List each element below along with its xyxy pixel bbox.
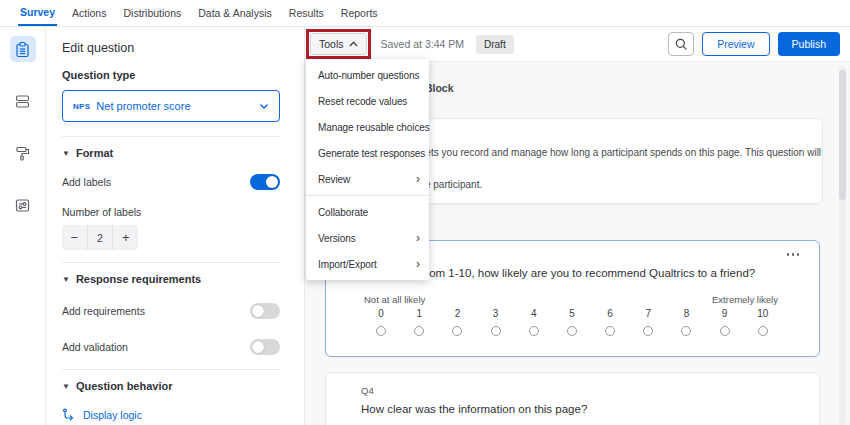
nps-badge: NPS: [73, 102, 90, 111]
tab-reports[interactable]: Reports: [339, 0, 380, 26]
question-menu-icon[interactable]: [785, 251, 802, 258]
submenu-chevron-icon: ›: [416, 173, 420, 185]
scale-number: 9: [706, 308, 744, 323]
left-icon-rail: [0, 27, 45, 425]
stepper-value: 2: [87, 225, 114, 250]
question-behavior-section: ▼ Question behavior Display logic: [62, 369, 280, 425]
question-behavior-header[interactable]: ▼ Question behavior: [62, 370, 280, 392]
display-logic-link[interactable]: Display logic: [62, 408, 280, 421]
scale-number: 0: [362, 308, 400, 323]
radio-button-5[interactable]: [567, 326, 577, 336]
question-type-select[interactable]: NPS Net promoter score: [62, 90, 280, 122]
tab-results[interactable]: Results: [287, 0, 326, 26]
radio-button-4[interactable]: [529, 326, 539, 336]
annotation-highlight-box: Tools: [306, 29, 371, 59]
radio-button-2[interactable]: [452, 326, 462, 336]
scale-number: 5: [553, 308, 591, 323]
number-of-labels-stepper: − 2 +: [62, 225, 138, 250]
menu-item-generate-test-responses[interactable]: Generate test responses: [306, 140, 429, 166]
menu-divider: [306, 195, 429, 196]
response-requirements-title: Response requirements: [76, 273, 201, 285]
question-id: Q4: [361, 385, 374, 396]
response-requirements-header[interactable]: ▼ Response requirements: [62, 263, 280, 285]
preview-button[interactable]: Preview: [702, 32, 769, 56]
submenu-chevron-icon: ›: [416, 258, 420, 270]
scale-left-label: Not at all likely: [364, 294, 425, 305]
number-of-labels-label: Number of labels: [62, 206, 280, 218]
timing-question-text: This question lets you record and manage…: [361, 145, 822, 193]
radio-button-6[interactable]: [605, 326, 615, 336]
menu-item-reset-recode-values[interactable]: Reset recode values: [306, 88, 429, 114]
publish-button[interactable]: Publish: [778, 32, 840, 56]
qualtrics-survey-builder: Survey Actions Distributions Data & Anal…: [0, 0, 850, 425]
collapse-triangle-icon: ▼: [62, 275, 70, 284]
response-requirements-section: ▼ Response requirements Add requirements…: [62, 262, 280, 355]
tools-dropdown-menu: Auto-number questions Reset recode value…: [306, 59, 429, 280]
increment-button[interactable]: +: [113, 225, 138, 250]
scale-number: 1: [400, 308, 438, 323]
add-requirements-label: Add requirements: [62, 305, 145, 317]
scale-radios: [362, 323, 782, 336]
menu-item-versions[interactable]: Versions ›: [306, 225, 429, 251]
scale-right-label: Extremely likely: [712, 294, 778, 305]
question-type-value: Net promoter score: [96, 100, 190, 112]
menu-item-label: Import/Export: [318, 259, 377, 270]
tab-data-analysis[interactable]: Data & Analysis: [196, 0, 274, 26]
radio-button-7[interactable]: [643, 326, 653, 336]
chevron-up-icon: [349, 41, 358, 47]
add-validation-label: Add validation: [62, 341, 128, 353]
format-section-title: Format: [76, 147, 113, 159]
scrollbar-track[interactable]: [839, 66, 846, 425]
search-icon: [674, 37, 688, 51]
tab-survey[interactable]: Survey: [18, 0, 57, 26]
question-type-label: Question type: [62, 69, 280, 81]
display-logic-icon: [62, 408, 75, 421]
menu-item-label: Review: [318, 174, 350, 185]
scale-number: 8: [667, 308, 705, 323]
display-logic-label: Display logic: [83, 409, 142, 421]
tools-button[interactable]: Tools: [310, 33, 367, 55]
radio-button-10[interactable]: [758, 326, 768, 336]
q4-question-card[interactable]: Q4 How clear was the information on this…: [325, 372, 820, 425]
format-section-header[interactable]: ▼ Format: [62, 137, 280, 159]
tab-actions[interactable]: Actions: [70, 0, 108, 26]
save-status-text: Saved at 3:44 PM: [381, 38, 464, 50]
q4-question-text: How clear was the information on this pa…: [361, 403, 587, 415]
scale-number: 10: [744, 308, 782, 323]
edit-question-panel: Edit question Question type NPS Net prom…: [45, 27, 305, 425]
radio-button-3[interactable]: [491, 326, 501, 336]
menu-item-review[interactable]: Review ›: [306, 166, 429, 192]
collapse-triangle-icon: ▼: [62, 149, 70, 158]
menu-item-label: Versions: [318, 233, 356, 244]
scale-number: 2: [438, 308, 476, 323]
add-labels-toggle[interactable]: [250, 174, 280, 190]
scale-number: 3: [477, 308, 515, 323]
scale-number: 7: [629, 308, 667, 323]
look-and-feel-icon[interactable]: [10, 140, 36, 166]
decrement-button[interactable]: −: [62, 225, 87, 250]
top-nav: Survey Actions Distributions Data & Anal…: [0, 0, 850, 27]
add-validation-toggle[interactable]: [250, 339, 280, 355]
tools-button-label: Tools: [319, 38, 344, 50]
radio-button-8[interactable]: [681, 326, 691, 336]
scale-number: 4: [515, 308, 553, 323]
radio-button-1[interactable]: [414, 326, 424, 336]
panel-title: Edit question: [62, 41, 280, 55]
menu-item-collaborate[interactable]: Collaborate: [306, 199, 429, 225]
survey-flow-icon[interactable]: [10, 88, 36, 114]
menu-item-manage-reusable-choices[interactable]: Manage reusable choices: [306, 114, 429, 140]
radio-button-0[interactable]: [376, 326, 386, 336]
menu-item-import-export[interactable]: Import/Export ›: [306, 251, 429, 277]
scrollbar-thumb[interactable]: [839, 70, 846, 200]
scale-numbers: 0 1 2 3 4 5 6 7 8 9 10: [362, 308, 782, 323]
search-button[interactable]: [668, 32, 694, 56]
radio-button-9[interactable]: [720, 326, 730, 336]
survey-builder-icon[interactable]: [10, 36, 36, 62]
add-labels-label: Add labels: [62, 176, 111, 188]
survey-options-icon[interactable]: [10, 192, 36, 218]
add-requirements-toggle[interactable]: [250, 303, 280, 319]
nps-scale: Not at all likely Extremely likely 0 1 2…: [362, 294, 782, 336]
scale-number: 6: [591, 308, 629, 323]
menu-item-auto-number-questions[interactable]: Auto-number questions: [306, 62, 429, 88]
tab-distributions[interactable]: Distributions: [121, 0, 183, 26]
